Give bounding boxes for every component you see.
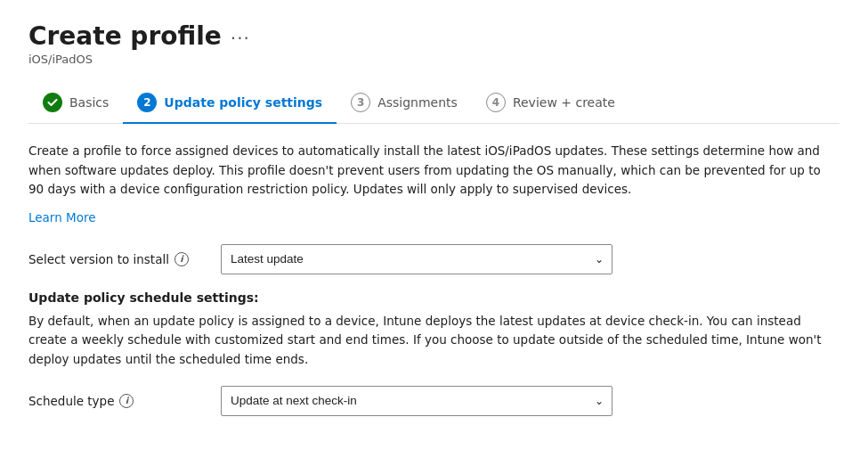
schedule-type-field-row: Schedule type i Update at next check-in … <box>28 386 840 416</box>
schedule-type-info-icon[interactable]: i <box>119 394 134 408</box>
page-title: Create profile <box>28 21 222 51</box>
version-field-row: Select version to install i Latest updat… <box>28 244 840 274</box>
step-basics-label: Basics <box>69 95 109 110</box>
step-review-create-circle: 4 <box>486 93 506 112</box>
step-basics-circle <box>43 93 62 112</box>
schedule-section-heading: Update policy schedule settings: <box>28 290 840 305</box>
step-assignments-circle: 3 <box>351 93 370 112</box>
step-review-create[interactable]: 4 Review + create <box>472 84 629 123</box>
version-select-wrapper: Latest update iOS 17 iOS 16 iOS 15 ⌄ <box>221 244 612 274</box>
step-assignments[interactable]: 3 Assignments <box>337 84 472 123</box>
step-update-policy-label: Update policy settings <box>164 95 322 110</box>
version-label-text: Select version to install <box>28 252 169 266</box>
step-basics[interactable]: Basics <box>28 84 123 123</box>
step-assignments-label: Assignments <box>377 95 458 110</box>
more-options-icon[interactable]: ··· <box>231 28 250 49</box>
page-description: Create a profile to force assigned devic… <box>28 142 840 200</box>
schedule-type-select-wrapper: Update at next check-in Update during sc… <box>221 386 612 416</box>
schedule-type-label: Schedule type i <box>28 394 207 408</box>
step-update-policy[interactable]: 2 Update policy settings <box>123 84 337 123</box>
version-select[interactable]: Latest update iOS 17 iOS 16 iOS 15 <box>221 244 612 274</box>
version-info-icon[interactable]: i <box>174 252 189 266</box>
step-update-policy-circle: 2 <box>137 93 157 112</box>
page-subtitle: iOS/iPadOS <box>28 53 840 66</box>
schedule-type-label-text: Schedule type <box>28 394 114 408</box>
version-label: Select version to install i <box>28 252 207 266</box>
step-review-create-label: Review + create <box>513 95 615 110</box>
steps-nav: Basics 2 Update policy settings 3 Assign… <box>28 84 840 124</box>
schedule-section-description: By default, when an update policy is ass… <box>28 312 840 370</box>
learn-more-link[interactable]: Learn More <box>28 210 96 225</box>
schedule-type-select[interactable]: Update at next check-in Update during sc… <box>221 386 612 416</box>
